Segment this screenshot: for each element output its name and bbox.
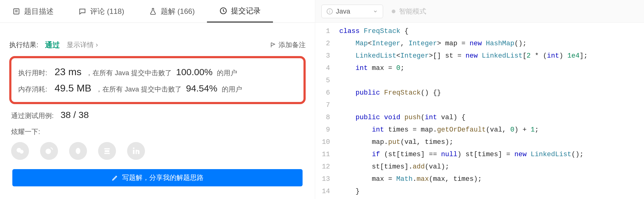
test-cases-value: 38 / 38 (60, 110, 89, 120)
result-label: 执行结果: (9, 40, 38, 50)
dot-icon (392, 10, 395, 13)
description-icon (12, 7, 20, 15)
svg-point-5 (76, 148, 80, 154)
runtime-suffix: 的用户 (217, 68, 237, 78)
info-icon: i (327, 8, 333, 14)
performance-highlight-box: 执行用时: 23 ms ，在所有 Java 提交中击败了 100.00% 的用户… (9, 56, 306, 104)
runtime-text: ，在所有 Java 提交中击败了 (86, 68, 172, 78)
add-note-button[interactable]: 添加备注 (270, 40, 306, 50)
result-card: 执行结果: 通过 显示详情 › 添加备注 执行用时: 23 ms ，在所有 Ja… (0, 32, 315, 194)
write-solution-button[interactable]: 写题解，分享我的解题思路 (12, 169, 303, 186)
flag-icon (270, 42, 276, 48)
memory-suffix: 的用户 (222, 85, 242, 94)
svg-rect-8 (104, 153, 110, 154)
share-linkedin-button[interactable] (127, 142, 145, 160)
runtime-value: 23 ms (55, 66, 81, 78)
test-cases-label: 通过测试用例: (11, 111, 54, 120)
line-gutter: 1234567891011121314 (315, 23, 334, 199)
history-icon (219, 7, 227, 15)
smart-mode-toggle[interactable]: 智能模式 (392, 7, 426, 16)
share-label: 炫耀一下: (11, 127, 304, 136)
memory-percent: 94.54% (186, 83, 217, 94)
share-douban-button[interactable] (98, 142, 116, 160)
runtime-row: 执行用时: 23 ms ，在所有 Java 提交中击败了 100.00% 的用户 (18, 64, 297, 80)
test-cases-row: 通过测试用例: 38 / 38 (11, 110, 304, 120)
pencil-icon (112, 174, 118, 181)
weibo-icon (44, 146, 54, 156)
tab-comments[interactable]: 评论 (118) (66, 0, 137, 22)
right-panel: i Java 智能模式 1234567891011121314 class Fr… (315, 0, 644, 199)
linkedin-icon (131, 146, 141, 156)
memory-row: 内存消耗: 49.5 MB ，在所有 Java 提交中击败了 94.54% 的用… (18, 80, 297, 96)
problem-tabs: 题目描述 评论 (118) 题解 (166) 提交记录 (0, 0, 315, 23)
svg-point-4 (46, 149, 51, 154)
tab-solutions[interactable]: 题解 (166) (137, 0, 207, 22)
memory-label: 内存消耗: (18, 85, 50, 94)
chevron-down-icon (373, 9, 378, 14)
memory-value: 49.5 MB (55, 83, 91, 94)
result-status: 通过 (45, 40, 60, 50)
code-editor[interactable]: 1234567891011121314 class FreqStack { Ma… (315, 23, 644, 199)
tab-label: 题解 (166) (161, 6, 195, 16)
code-content[interactable]: class FreqStack { Map<Integer, Integer> … (334, 23, 588, 199)
left-panel: 题目描述 评论 (118) 题解 (166) 提交记录 执行结果: 通过 显示详… (0, 0, 315, 199)
svg-point-10 (133, 148, 134, 149)
svg-rect-6 (104, 148, 110, 149)
share-wechat-button[interactable] (11, 142, 29, 160)
show-detail-link[interactable]: 显示详情 › (67, 40, 98, 50)
result-header: 执行结果: 通过 显示详情 › 添加备注 (9, 40, 306, 50)
svg-point-3 (20, 150, 24, 154)
tab-description[interactable]: 题目描述 (0, 0, 66, 22)
runtime-label: 执行用时: (18, 68, 50, 78)
language-label: Java (336, 7, 350, 15)
runtime-percent: 100.00% (176, 67, 213, 77)
douban-icon (102, 146, 112, 156)
memory-text: ，在所有 Java 提交中击败了 (96, 85, 182, 94)
tab-label: 题目描述 (24, 6, 54, 16)
svg-rect-7 (105, 150, 109, 152)
write-solution-label: 写题解，分享我的解题思路 (122, 173, 204, 182)
comments-icon (78, 7, 86, 15)
qq-icon (73, 146, 83, 156)
share-weibo-button[interactable] (40, 142, 58, 160)
add-note-label: 添加备注 (279, 40, 306, 50)
wechat-icon (15, 146, 25, 156)
language-select[interactable]: i Java (321, 5, 383, 18)
smart-mode-label: 智能模式 (399, 7, 426, 16)
flask-icon (149, 7, 157, 15)
share-row (11, 142, 304, 160)
editor-toolbar: i Java 智能模式 (315, 0, 644, 23)
tab-label: 评论 (118) (90, 6, 124, 16)
share-qq-button[interactable] (69, 142, 87, 160)
svg-rect-9 (133, 150, 134, 154)
tab-submissions[interactable]: 提交记录 (207, 0, 273, 22)
tab-label: 提交记录 (231, 6, 261, 16)
